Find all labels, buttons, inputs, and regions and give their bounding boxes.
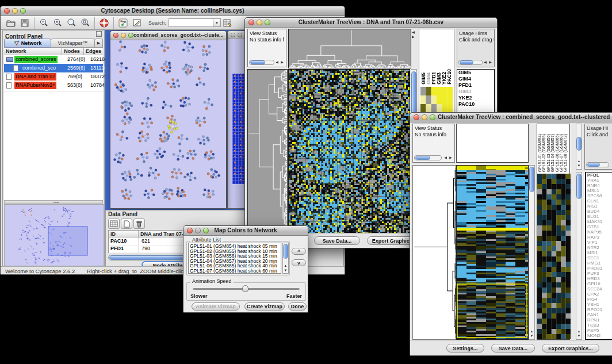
new-attribute-icon[interactable]: [121, 219, 132, 229]
treeview2-title-bar[interactable]: ClusterMaker TreeView : combined_scores_…: [410, 113, 612, 122]
panel-splitter[interactable]: [4, 200, 103, 204]
gene-label[interactable]: ELG1: [586, 214, 612, 219]
gene-label[interactable]: YSH1: [586, 302, 612, 307]
network-table-row[interactable]: DNA and Tran 07769(0)183728(0): [4, 72, 103, 81]
tab-overflow-button[interactable]: ▶: [95, 39, 103, 48]
annotation-icon[interactable]: [130, 17, 144, 29]
gene-label[interactable]: MSI1: [586, 250, 612, 255]
usage-hints-hscrollbar[interactable]: [586, 162, 609, 167]
gene-label[interactable]: MON2: [586, 333, 612, 338]
network-table-row[interactable]: combined_scores2764(0)16218(0): [4, 55, 103, 64]
vizmapper-icon[interactable]: [116, 17, 130, 29]
minimize-button[interactable]: [121, 33, 126, 38]
treeview1-title-bar[interactable]: ClusterMaker TreeView : DNA and Tran 07-…: [245, 18, 497, 28]
attribute-item[interactable]: GPL51-07 (GSM868) heat shock 60 min: [190, 269, 280, 274]
zoom-selected-icon[interactable]: [78, 17, 92, 29]
treeview2-global-heatmap[interactable]: [456, 165, 529, 340]
gene-label[interactable]: PUF3: [586, 271, 612, 276]
gene-label[interactable]: PAN1: [586, 312, 612, 317]
gene-label[interactable]: YRA1: [586, 178, 612, 183]
gene-label[interactable]: SEC24: [586, 286, 612, 292]
gene-label[interactable]: SEC1: [586, 255, 612, 260]
gene-label[interactable]: GTB1: [586, 224, 612, 229]
scroll-left-arrow[interactable]: ◀: [483, 60, 488, 64]
scroll-left-arrow[interactable]: ◀: [443, 156, 448, 160]
gene-label[interactable]: PHO81: [586, 266, 612, 271]
attribute-list[interactable]: GPL51-01 (GSM854) heat shock 05 minGPL51…: [188, 243, 281, 274]
gene-label[interactable]: CLN1: [586, 198, 612, 204]
treeview2-gene-list[interactable]: PFD1YRA1RNR4MSL1SPC98CLN1NIS1BUD4ELG1MAK…: [585, 172, 612, 340]
search-dropdown-button[interactable]: ▼: [213, 18, 221, 27]
gene-label[interactable]: GIM3: [457, 89, 494, 95]
birdseye-view-canvas[interactable]: [4, 204, 104, 266]
network-canvas[interactable]: [110, 40, 226, 208]
save-data-button[interactable]: Save Data...: [491, 344, 535, 352]
scroll-right-arrow[interactable]: ▶: [488, 60, 493, 64]
treeview2-label-vscrollbar-top[interactable]: ▲▼: [576, 124, 582, 170]
treeview1-array-dendrogram[interactable]: [288, 29, 411, 68]
treeview2-zoom-heatmap[interactable]: [537, 174, 571, 339]
gene-label[interactable]: HRD3: [586, 276, 612, 281]
dialog-title-bar[interactable]: Map Colors to Network: [183, 226, 308, 236]
gene-label[interactable]: VIP1: [586, 240, 612, 245]
dendro-scroll-right[interactable]: ▶: [411, 35, 416, 39]
map-colors-dialog[interactable]: Map Colors to Network Attribute List GPL…: [183, 225, 308, 313]
delete-attribute-icon[interactable]: [133, 219, 145, 229]
network-table-row[interactable]: combined_sco2569(6)13112(15): [4, 64, 103, 72]
move-down-button[interactable]: v: [292, 259, 306, 266]
attribute-list-scrollbar[interactable]: ▲▼: [282, 243, 289, 274]
gene-label[interactable]: FIG4: [586, 297, 612, 302]
export-graphics-button[interactable]: Export Graphics...: [542, 344, 599, 352]
gene-label[interactable]: PAC10: [457, 101, 494, 108]
scroll-right-arrow[interactable]: ▶: [448, 156, 453, 160]
close-button[interactable]: [231, 33, 235, 37]
view-status-hscrollbar[interactable]: [249, 60, 274, 65]
save-data-button[interactable]: Save Data...: [314, 236, 360, 245]
gene-label[interactable]: PFD1: [457, 82, 494, 89]
usage-hints-hscrollbar[interactable]: [458, 60, 483, 65]
zoom-out-icon[interactable]: [37, 17, 51, 29]
create-vizmap-button[interactable]: Create Vizmap: [244, 302, 285, 311]
gene-label[interactable]: CPA2: [586, 292, 612, 297]
tab-network[interactable]: Network: [4, 39, 51, 48]
settings-button[interactable]: Settings...: [446, 344, 484, 352]
animate-vizmap-button[interactable]: Animate Vizmap: [192, 302, 240, 311]
gene-label[interactable]: BUD4: [586, 209, 612, 214]
scroll-right-arrow[interactable]: ▶: [280, 60, 285, 64]
gene-label[interactable]: MAK31: [586, 219, 612, 224]
float-panel-icon[interactable]: [96, 31, 102, 37]
gene-label[interactable]: GIM4: [457, 76, 494, 82]
open-folder-icon[interactable]: [4, 17, 18, 29]
speed-slider-thumb[interactable]: [242, 285, 248, 292]
gene-label[interactable]: PFD1: [586, 173, 612, 178]
gene-label[interactable]: GPI16: [586, 281, 612, 286]
treeview1-gene-dendrogram[interactable]: [247, 69, 288, 233]
attribute-table-icon[interactable]: [221, 17, 235, 29]
zoom-window-button[interactable]: [128, 33, 133, 38]
save-icon[interactable]: [18, 17, 32, 29]
treeview2-label-vscrollbar[interactable]: ▲▼: [576, 172, 582, 340]
gene-label[interactable]: RPN1: [586, 317, 612, 323]
main-title-bar[interactable]: Cytoscape Desktop (Session Name: collins…: [1, 6, 345, 16]
gene-label[interactable]: TCB3: [586, 323, 612, 328]
help-lifering-icon[interactable]: [97, 17, 111, 29]
done-button[interactable]: Done: [288, 302, 307, 311]
gene-label[interactable]: HMG1: [586, 260, 612, 266]
gene-label[interactable]: NIS1: [586, 204, 612, 209]
zoom-in-icon[interactable]: [51, 17, 64, 29]
gene-label[interactable]: KAP95: [586, 229, 612, 235]
gene-label[interactable]: RNR4: [586, 183, 612, 188]
select-attributes-icon[interactable]: [108, 219, 120, 229]
tab-vizmapper[interactable]: VizMapper™: [51, 39, 95, 48]
zoom-fit-icon[interactable]: [64, 17, 78, 29]
move-up-button[interactable]: ^: [292, 248, 306, 255]
view-status-hscrollbar[interactable]: [414, 155, 442, 160]
treeview2-window[interactable]: ClusterMaker TreeView : combined_scores_…: [410, 112, 612, 356]
gene-label[interactable]: SPC98: [586, 193, 612, 198]
scroll-left-arrow[interactable]: ◀: [274, 60, 280, 64]
gene-label[interactable]: PEP5: [586, 328, 612, 333]
gene-label[interactable]: HAP3: [586, 235, 612, 240]
gene-label[interactable]: NTR2: [586, 245, 612, 250]
treeview1-global-heatmap[interactable]: [288, 69, 410, 233]
gene-label[interactable]: YKE2: [457, 95, 494, 101]
